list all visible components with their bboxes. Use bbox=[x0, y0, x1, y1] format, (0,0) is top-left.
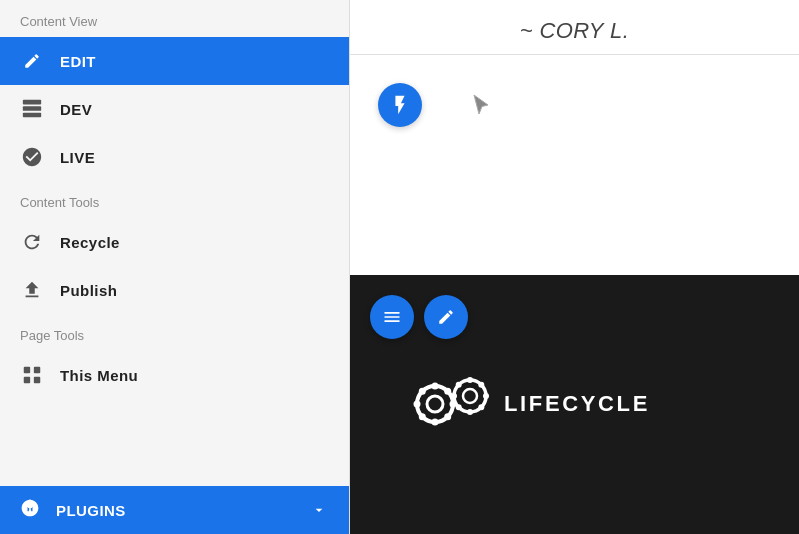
chevron-down-icon bbox=[309, 500, 329, 520]
main-body-top bbox=[350, 55, 799, 275]
menu-button[interactable] bbox=[370, 295, 414, 339]
lifecycle-logo: LIFECYCLE bbox=[400, 369, 650, 439]
svg-rect-2 bbox=[23, 113, 41, 118]
publish-label: Publish bbox=[60, 282, 117, 299]
recycle-icon bbox=[20, 230, 44, 254]
svg-rect-4 bbox=[34, 367, 40, 373]
this-menu-label: This Menu bbox=[60, 367, 138, 384]
page-tools-label: Page Tools bbox=[0, 314, 349, 351]
svg-point-9 bbox=[427, 396, 443, 412]
sidebar-item-live[interactable]: LIVE bbox=[0, 133, 349, 181]
main-content: ~ CORY L. bbox=[350, 0, 799, 534]
preview-buttons bbox=[370, 295, 468, 339]
svg-point-20 bbox=[467, 377, 473, 383]
svg-point-7 bbox=[28, 510, 31, 515]
svg-point-26 bbox=[478, 381, 484, 387]
content-tools-label: Content Tools bbox=[0, 181, 349, 218]
svg-rect-5 bbox=[24, 377, 30, 383]
svg-rect-1 bbox=[23, 106, 41, 111]
content-view-label: Content View bbox=[0, 0, 349, 37]
svg-point-22 bbox=[451, 393, 457, 399]
gears-svg bbox=[400, 369, 500, 439]
svg-point-16 bbox=[444, 387, 451, 394]
svg-point-23 bbox=[483, 393, 489, 399]
rocket-icon bbox=[20, 498, 40, 522]
svg-rect-6 bbox=[34, 377, 40, 383]
svg-rect-0 bbox=[23, 100, 41, 105]
main-header: ~ CORY L. bbox=[350, 0, 799, 55]
plugins-label: PLUGINS bbox=[56, 502, 293, 519]
dev-label: DEV bbox=[60, 101, 92, 118]
recycle-label: Recycle bbox=[60, 234, 120, 251]
svg-point-27 bbox=[456, 404, 462, 410]
sidebar-item-publish[interactable]: Publish bbox=[0, 266, 349, 314]
svg-rect-3 bbox=[24, 367, 30, 373]
sidebar-item-plugins[interactable]: PLUGINS bbox=[0, 486, 349, 534]
svg-point-15 bbox=[444, 413, 451, 420]
sidebar: Content View EDIT DEV LIVE Content Too bbox=[0, 0, 350, 534]
checkmark-circle-icon bbox=[20, 145, 44, 169]
edit-preview-button[interactable] bbox=[424, 295, 468, 339]
live-label: LIVE bbox=[60, 149, 95, 166]
flash-button[interactable] bbox=[378, 83, 422, 127]
svg-point-25 bbox=[478, 404, 484, 410]
sidebar-item-recycle[interactable]: Recycle bbox=[0, 218, 349, 266]
preview-area: LIFECYCLE bbox=[350, 275, 799, 535]
svg-point-24 bbox=[456, 381, 462, 387]
svg-point-12 bbox=[414, 400, 421, 407]
server-icon bbox=[20, 97, 44, 121]
cursor-indicator bbox=[470, 93, 494, 117]
pencil-icon bbox=[20, 49, 44, 73]
svg-point-19 bbox=[463, 389, 477, 403]
edit-label: EDIT bbox=[60, 53, 96, 70]
svg-point-10 bbox=[432, 382, 439, 389]
grid-icon bbox=[20, 363, 44, 387]
publish-icon bbox=[20, 278, 44, 302]
svg-point-21 bbox=[467, 409, 473, 415]
sidebar-item-dev[interactable]: DEV bbox=[0, 85, 349, 133]
svg-point-17 bbox=[419, 413, 426, 420]
sidebar-item-edit[interactable]: EDIT bbox=[0, 37, 349, 85]
header-title: ~ CORY L. bbox=[520, 18, 630, 44]
svg-point-14 bbox=[419, 387, 426, 394]
lifecycle-text: LIFECYCLE bbox=[504, 391, 650, 417]
svg-point-11 bbox=[432, 418, 439, 425]
sidebar-item-this-menu[interactable]: This Menu bbox=[0, 351, 349, 399]
